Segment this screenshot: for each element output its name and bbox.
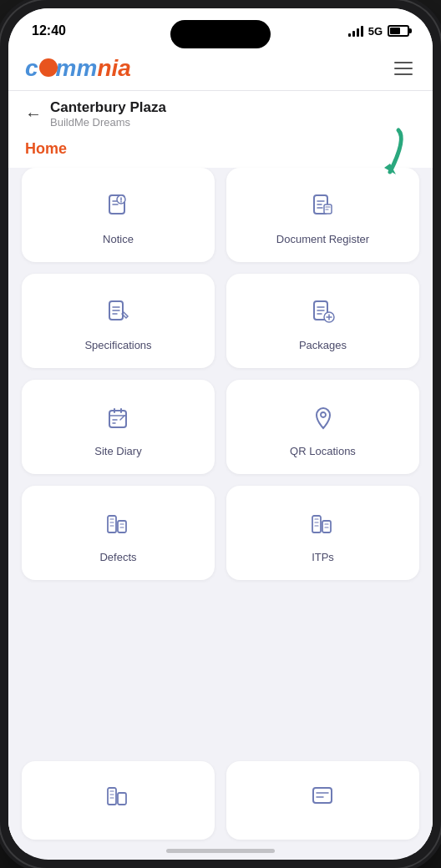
specifications-icon bbox=[100, 294, 137, 331]
defects-label: Defects bbox=[99, 551, 136, 563]
site-diary-icon bbox=[100, 400, 137, 437]
logo-text: cmmnia bbox=[25, 55, 131, 82]
nav-subtitle: BuildMe Dreams bbox=[50, 116, 166, 129]
menu-button[interactable] bbox=[391, 58, 416, 78]
phone-frame: 12:40 5G cmmnia bbox=[0, 0, 441, 868]
app-header: cmmnia bbox=[8, 45, 433, 91]
svg-rect-10 bbox=[108, 516, 116, 532]
logo: cmmnia bbox=[25, 55, 131, 82]
qr-locations-icon bbox=[305, 400, 342, 437]
nav-info: Canterbury Plaza BuildMe Dreams bbox=[50, 99, 166, 129]
packages-label: Packages bbox=[299, 339, 347, 351]
battery-fill bbox=[390, 28, 400, 34]
status-time: 12:40 bbox=[32, 23, 66, 38]
partial-1-icon bbox=[100, 778, 137, 815]
svg-rect-12 bbox=[312, 516, 321, 532]
grid-item-notice[interactable]: Notice bbox=[22, 168, 215, 262]
itps-label: ITPs bbox=[312, 551, 334, 563]
section-label-text: Home bbox=[25, 140, 67, 157]
section-label-container: Home bbox=[8, 134, 433, 168]
svg-rect-11 bbox=[118, 521, 126, 532]
partial-2-icon bbox=[305, 778, 342, 815]
back-arrow-icon: ← bbox=[25, 104, 42, 124]
qr-locations-label: QR Locations bbox=[290, 445, 356, 457]
network-label: 5G bbox=[368, 25, 383, 38]
grid-item-site-diary[interactable]: Site Diary bbox=[22, 380, 215, 474]
svg-point-9 bbox=[321, 412, 326, 417]
document-register-icon bbox=[305, 188, 342, 225]
specifications-label: Specifications bbox=[84, 339, 151, 351]
defects-icon bbox=[100, 506, 137, 542]
svg-rect-16 bbox=[313, 788, 332, 803]
back-button[interactable]: ← bbox=[25, 104, 42, 124]
itps-icon bbox=[305, 506, 342, 542]
notice-icon bbox=[100, 188, 137, 225]
grid-item-packages[interactable]: Packages bbox=[226, 274, 419, 368]
nav-bar: ← Canterbury Plaza BuildMe Dreams bbox=[8, 91, 433, 134]
dynamic-island bbox=[170, 20, 271, 48]
grid-item-specifications[interactable]: Specifications bbox=[22, 274, 215, 368]
grid-item-qr-locations[interactable]: QR Locations bbox=[226, 380, 419, 474]
grid-item-partial-1[interactable] bbox=[22, 761, 215, 840]
site-diary-label: Site Diary bbox=[94, 445, 141, 457]
grid-row-3: Site Diary QR Locations bbox=[22, 380, 419, 474]
status-icons: 5G bbox=[348, 25, 409, 38]
document-register-label: Document Register bbox=[276, 233, 369, 245]
grid-row-1: Notice bbox=[22, 168, 419, 262]
grid-item-itps[interactable]: ITPs bbox=[226, 486, 419, 580]
grid-row-4: Defects ITPs bbox=[22, 486, 419, 580]
svg-rect-13 bbox=[322, 521, 331, 532]
svg-rect-8 bbox=[109, 411, 126, 427]
screen: 12:40 5G cmmnia bbox=[8, 8, 433, 860]
svg-rect-15 bbox=[118, 793, 126, 805]
grid-row-2: Specifications Packages bbox=[22, 274, 419, 368]
grid-container: Notice bbox=[8, 168, 433, 761]
logo-circle-icon bbox=[39, 58, 58, 77]
notice-label: Notice bbox=[103, 233, 134, 245]
battery-icon bbox=[388, 25, 409, 37]
app-content: cmmnia ← Canterbury Plaza BuildMe Dreams bbox=[8, 45, 433, 853]
svg-rect-14 bbox=[108, 788, 116, 805]
signal-bars-icon bbox=[348, 25, 363, 37]
grid-item-defects[interactable]: Defects bbox=[22, 486, 215, 580]
bottom-partial-row bbox=[8, 761, 433, 853]
home-indicator bbox=[166, 849, 275, 853]
packages-icon bbox=[305, 294, 342, 331]
grid-item-document-register[interactable]: Document Register bbox=[226, 168, 419, 262]
grid-item-partial-2[interactable] bbox=[226, 761, 419, 840]
nav-title: Canterbury Plaza bbox=[50, 99, 166, 116]
